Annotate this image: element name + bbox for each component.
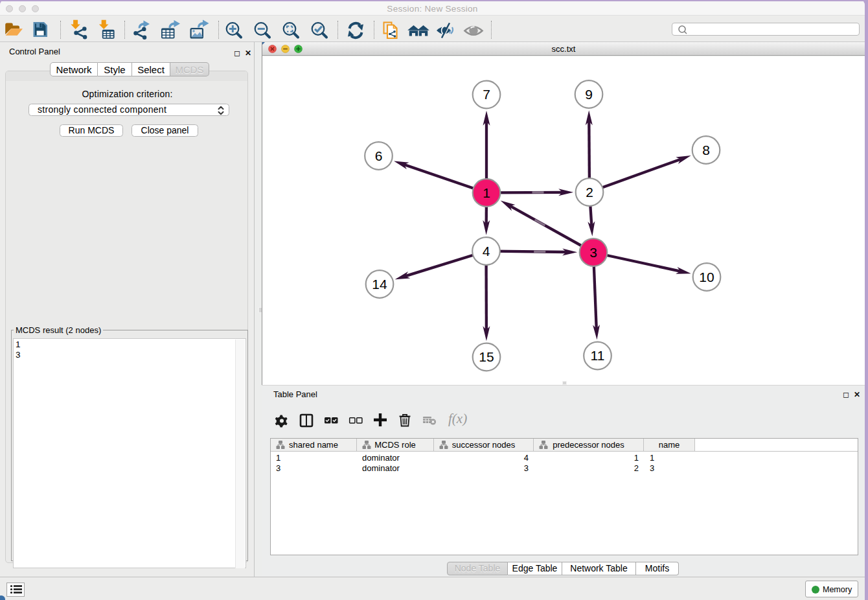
svg-text:7: 7 bbox=[483, 87, 490, 102]
svg-text:14: 14 bbox=[372, 277, 387, 292]
svg-text:6: 6 bbox=[375, 148, 383, 163]
svg-text:15: 15 bbox=[479, 349, 494, 364]
svg-text:9: 9 bbox=[585, 87, 593, 102]
svg-text:4: 4 bbox=[483, 244, 490, 259]
svg-text:f(x): f(x) bbox=[448, 411, 467, 426]
svg-text:3: 3 bbox=[589, 245, 597, 260]
svg-text:8: 8 bbox=[702, 143, 710, 157]
svg-text:1: 1 bbox=[483, 185, 490, 200]
svg-text:2: 2 bbox=[586, 185, 593, 200]
svg-text:11: 11 bbox=[591, 348, 605, 363]
svg-text:10: 10 bbox=[699, 270, 714, 284]
